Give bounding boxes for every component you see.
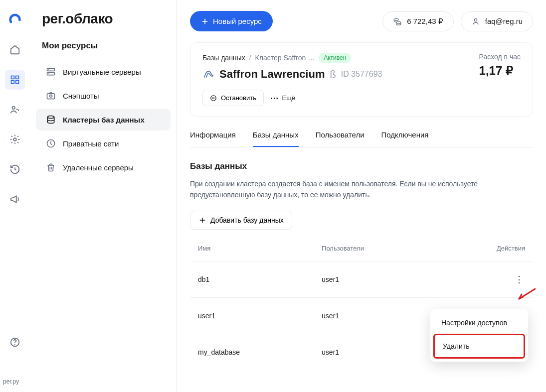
settings-icon[interactable] bbox=[5, 130, 25, 149]
user-icon bbox=[471, 17, 480, 26]
rail-footer-label: рег.ру bbox=[3, 378, 19, 385]
account-button[interactable]: faq@reg.ru bbox=[461, 11, 533, 31]
svg-rect-8 bbox=[47, 68, 55, 71]
sidebar-item-label: Удаленные серверы bbox=[63, 163, 134, 172]
mysql-icon bbox=[202, 68, 214, 80]
svg-point-7 bbox=[14, 344, 15, 345]
more-actions-button[interactable]: Ещё bbox=[271, 94, 295, 102]
breadcrumb-current: Кластер Saffron … bbox=[255, 54, 315, 62]
svg-rect-1 bbox=[15, 76, 18, 79]
camera-icon bbox=[46, 91, 56, 101]
menu-item-access-settings[interactable]: Настройки доступов bbox=[433, 312, 525, 334]
cell-name: user1 bbox=[190, 297, 314, 334]
network-icon bbox=[46, 138, 56, 148]
cell-user: user1 bbox=[314, 261, 438, 297]
coins-icon bbox=[393, 17, 402, 26]
sidebar-item-label: Кластеры баз данных bbox=[63, 116, 145, 124]
cell-user: user1 bbox=[314, 334, 438, 370]
svg-point-4 bbox=[12, 107, 15, 110]
announce-icon[interactable] bbox=[5, 189, 25, 209]
svg-point-14 bbox=[47, 116, 54, 119]
cost-label: Расход в час bbox=[479, 53, 521, 61]
add-database-button[interactable]: Добавить базу данных bbox=[190, 211, 292, 230]
brand-title: рег.облако bbox=[30, 11, 177, 41]
section-title: Базы данных bbox=[190, 161, 533, 171]
server-icon bbox=[46, 67, 56, 77]
sidebar-item-servers[interactable]: Виртуальные серверы bbox=[36, 61, 171, 83]
col-users: Пользователи bbox=[314, 240, 438, 261]
table-row: db1 user1 ⋮ bbox=[190, 261, 533, 297]
database-icon bbox=[46, 115, 56, 125]
plus-icon bbox=[198, 216, 206, 224]
breadcrumb-root[interactable]: Базы данных bbox=[202, 54, 245, 62]
status-badge: Активен bbox=[319, 53, 351, 63]
trash-icon bbox=[46, 162, 56, 172]
stop-button[interactable]: Остановить bbox=[202, 90, 264, 106]
svg-rect-9 bbox=[47, 73, 55, 75]
row-actions-button[interactable]: ⋮ bbox=[513, 273, 525, 285]
history-icon[interactable] bbox=[5, 159, 25, 179]
svg-point-10 bbox=[48, 69, 49, 70]
svg-rect-3 bbox=[15, 81, 18, 84]
cell-user: user1 bbox=[314, 297, 438, 334]
help-icon[interactable] bbox=[5, 332, 25, 352]
svg-rect-2 bbox=[11, 81, 14, 84]
svg-point-18 bbox=[474, 18, 477, 21]
row-actions-menu: Настройки доступов Удалить bbox=[430, 309, 528, 362]
col-name: Имя bbox=[190, 240, 314, 261]
nav-rail: рег.ру bbox=[0, 0, 30, 392]
col-actions: Действия bbox=[438, 240, 533, 261]
menu-item-delete[interactable]: Удалить bbox=[433, 334, 525, 359]
svg-rect-12 bbox=[47, 94, 55, 99]
beta-label: ß bbox=[330, 69, 336, 80]
cluster-card: Базы данных / Кластер Saffron … Активен … bbox=[190, 42, 533, 117]
tab-databases[interactable]: Базы данных bbox=[253, 131, 299, 147]
cell-name: db1 bbox=[190, 261, 314, 297]
sidebar: рег.облако Мои ресурсы Виртуальные серве… bbox=[30, 0, 177, 392]
svg-point-19 bbox=[211, 95, 216, 101]
balance-button[interactable]: 6 722,43 ₽ bbox=[382, 11, 454, 31]
pause-icon bbox=[210, 95, 217, 102]
cluster-id: ID 3577693 bbox=[341, 70, 382, 79]
sidebar-item-label: Виртуальные серверы bbox=[63, 68, 141, 76]
tab-connections[interactable]: Подключения bbox=[381, 131, 429, 147]
svg-point-13 bbox=[50, 95, 52, 97]
home-icon[interactable] bbox=[5, 40, 25, 60]
topbar: Новый ресурс 6 722,43 ₽ faq@reg.ru bbox=[190, 11, 533, 31]
svg-point-11 bbox=[48, 73, 49, 74]
resources-icon[interactable] bbox=[5, 70, 25, 90]
section-description: При создании кластера создается база с и… bbox=[190, 178, 509, 201]
cell-name: my_database bbox=[190, 334, 314, 370]
cluster-title: Saffron Lawrencium bbox=[219, 68, 325, 81]
users-icon[interactable] bbox=[5, 100, 25, 120]
sidebar-item-label: Снэпшоты bbox=[63, 92, 99, 100]
svg-point-17 bbox=[396, 21, 401, 23]
sidebar-item-deleted[interactable]: Удаленные серверы bbox=[36, 156, 171, 178]
tab-info[interactable]: Информация bbox=[190, 131, 236, 147]
svg-point-5 bbox=[13, 138, 16, 141]
dots-icon bbox=[271, 94, 279, 102]
sidebar-item-db-clusters[interactable]: Кластеры баз данных bbox=[36, 109, 171, 131]
sidebar-item-networks[interactable]: Приватные сети bbox=[36, 132, 171, 154]
logo-icon[interactable] bbox=[5, 10, 25, 30]
sidebar-item-snapshots[interactable]: Снэпшоты bbox=[36, 85, 171, 107]
plus-icon bbox=[201, 17, 209, 25]
breadcrumb: Базы данных / Кластер Saffron … Активен bbox=[202, 53, 382, 63]
cost-value: 1,17 ₽ bbox=[479, 64, 521, 78]
new-resource-button[interactable]: Новый ресурс bbox=[190, 11, 273, 31]
tab-users[interactable]: Пользователи bbox=[316, 131, 364, 147]
sidebar-heading: Мои ресурсы bbox=[30, 41, 177, 61]
svg-rect-0 bbox=[11, 76, 14, 79]
svg-point-16 bbox=[394, 18, 398, 20]
tabs: Информация Базы данных Пользователи Подк… bbox=[190, 131, 533, 147]
sidebar-item-label: Приватные сети bbox=[63, 139, 119, 148]
